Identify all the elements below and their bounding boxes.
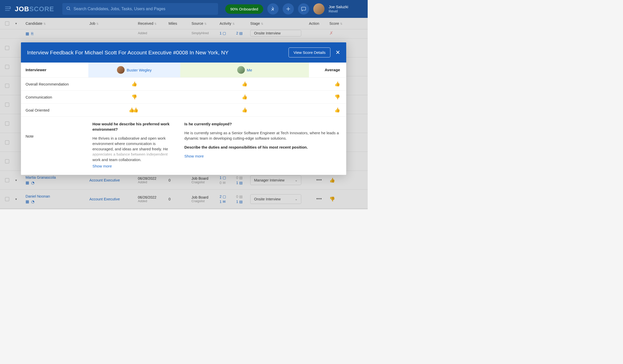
expand-all-icon[interactable]: ▾ [15,22,26,25]
received-sub: Added [138,199,169,203]
logo[interactable]: JOBSCORE [15,5,54,13]
note-question: Describe the duties and responsibilities… [184,144,342,150]
source-sub: Craigslist [191,199,220,203]
show-more-link[interactable]: Show more [184,154,204,158]
row-checkbox[interactable] [5,46,9,50]
expand-row-icon[interactable]: ▾ [15,197,26,201]
modal-title: Interview Feedback For Michael Scott For… [27,50,229,56]
score-thumb-up: 👍 [329,178,335,183]
action-menu[interactable]: ••• [309,196,329,202]
note-question: Is he currently employed? [184,121,342,127]
score-thumb-down: 👎 [329,197,335,202]
feedback-row: Communication 👎 👍 👎 [21,91,346,104]
interviewer-2[interactable]: Me [180,63,309,77]
stage-select[interactable]: Manager Interview⌄ [250,175,301,185]
avatar [117,66,125,74]
col-job[interactable]: Job⇅ [89,21,138,26]
row-checkbox[interactable] [5,197,9,201]
activity: 1▢ 0▤ 0✉ 1▤ [220,176,250,185]
interviewer-1[interactable]: Buster Wegley [88,63,180,77]
interviewer-name: Buster Wegley [127,68,151,72]
thumbs-up-icon: 👍 [309,104,346,116]
feedback-label: Goal Oriented [21,104,88,116]
interviewer-header-row: Interviewer Buster Wegley Me Average [21,63,346,78]
thumbs-up-icon: 👍 [180,78,309,90]
table-header: ▾ Candidate⇅ Job⇅ Received⇅ Miles Source… [0,18,368,29]
add-icon[interactable] [283,3,294,15]
thumbs-up-icon: 👍 [309,78,346,90]
source-sub: Craigslist [191,180,220,184]
note-row: Note How would he describe his preferred… [21,117,346,175]
resume-icon[interactable]: ▦ [26,199,29,204]
candidate-name[interactable]: Daniel Noonan [26,194,89,198]
logo-job: JOB [15,5,29,13]
interview-feedback-modal: Interview Feedback For Michael Scott For… [21,42,346,175]
thumbs-down-icon: 👎 [309,91,346,103]
col-source[interactable]: Source⇅ [191,21,220,26]
search-icon [66,6,70,11]
modal-header: Interview Feedback For Michael Scott For… [21,42,346,63]
logo-score: SCORE [29,5,54,13]
svg-point-3 [67,7,69,10]
row-checkbox[interactable] [5,178,9,182]
row-checkbox[interactable] [5,103,9,107]
col-activity[interactable]: Activity⇅ [220,21,250,26]
pin-icon[interactable] [267,3,279,15]
activity: 1▢ 2▤ [220,31,250,35]
note-question: How would he describe his preferred work… [92,121,176,132]
select-all-checkbox[interactable] [5,21,9,26]
note-block-2: Is he currently employed? He is currentl… [180,121,346,150]
col-received[interactable]: Received⇅ [138,21,169,26]
chat-icon[interactable]: ⎘ [31,31,33,36]
clock-icon[interactable]: ◔ [31,199,34,204]
row-checkbox[interactable] [5,140,9,144]
candidate-name[interactable]: Martia Granascola [26,175,89,179]
resume-icon[interactable]: ▦ [26,31,29,36]
row-checkbox[interactable] [5,84,9,88]
note-block-1: How would he describe his preferred work… [88,121,180,163]
col-action: Action [309,21,329,26]
col-candidate[interactable]: Candidate⇅ [26,21,89,26]
col-stage[interactable]: Stage⇅ [250,21,309,26]
action-menu[interactable]: ••• [309,177,329,183]
top-nav: JOBSCORE 90% Onboarded Joe Saluzki Revel [0,0,368,18]
search-input[interactable] [74,7,214,11]
job-link[interactable]: Account Executive [89,197,138,201]
candidate-icons: ▦⎘ [26,31,89,36]
view-score-details-button[interactable]: View Score Details [289,47,330,57]
interviewer-label: Interviewer [21,64,88,76]
stage-select[interactable]: Onsite Interview⌄ [250,194,301,204]
show-more-link[interactable]: Show more [92,164,112,168]
user-name: Joe Saluzki [329,5,348,9]
onboarded-badge[interactable]: 90% Onboarded [225,4,263,14]
clock-icon[interactable]: ◔ [31,180,34,185]
messages-icon[interactable] [298,3,309,15]
table-row: ▦⎘ Added SimplyHired 1▢ 2▤ Onsite Interv… [0,29,368,39]
svg-line-4 [69,9,70,10]
expand-row-icon[interactable]: ▾ [15,178,26,182]
source-main: Job Board [191,176,220,180]
row-checkbox[interactable] [5,159,9,163]
resume-icon[interactable]: ▦ [26,180,29,185]
row-checkbox[interactable] [5,122,9,126]
menu-toggle-icon[interactable] [5,5,11,13]
row-checkbox[interactable] [5,65,9,69]
job-link[interactable]: Account Executive [89,178,138,182]
received-date: 06/28/2022 [138,176,169,180]
note-label: Note [21,121,88,169]
stage-select[interactable]: Onsite Interview [250,30,301,37]
thumbs-up-icon: 👍 [88,78,180,90]
note-answer: He thrives in a collaborative and open w… [92,136,176,162]
feedback-row: Overall Recommendation 👍 👍 👍 [21,78,346,91]
user-avatar[interactable] [313,3,325,15]
close-icon[interactable]: ✕ [336,49,340,56]
feedback-label: Overall Recommendation [21,78,88,90]
candidate-icons: ▦◔ [26,180,89,185]
activity: 2▢ 0▤ 1✉ 1▤ [220,195,250,204]
col-score[interactable]: Score⇅ [329,21,345,26]
search-box[interactable] [62,3,218,15]
user-info[interactable]: Joe Saluzki Revel [329,5,348,14]
user-org: Revel [329,9,348,14]
thumbs-down-icon: 👎 [88,91,180,103]
col-miles[interactable]: Miles [169,21,191,26]
